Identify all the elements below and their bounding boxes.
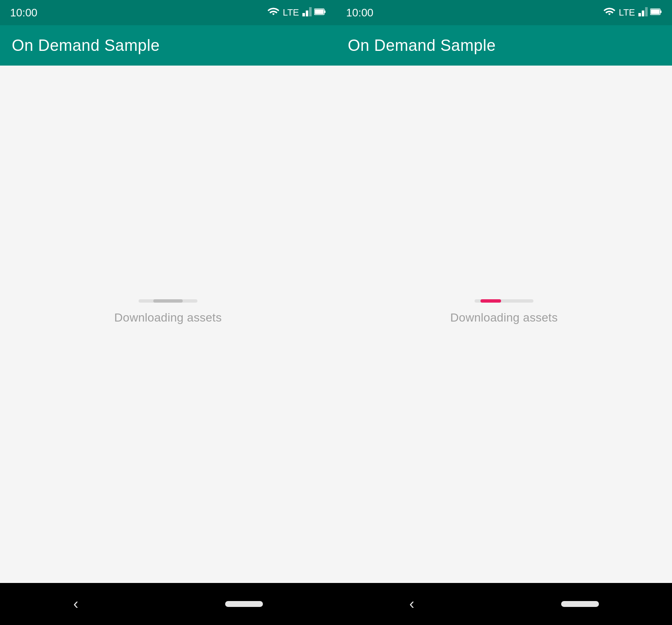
main-content-right: Downloading assets	[336, 66, 672, 583]
signal-icon-right	[638, 7, 648, 18]
loading-container-right: Downloading assets	[450, 299, 558, 324]
app-bar-right: On Demand Sample	[336, 25, 672, 66]
home-pill-left[interactable]	[225, 601, 263, 607]
app-title-right: On Demand Sample	[348, 37, 496, 55]
battery-icon	[314, 8, 326, 17]
status-time-right: 10:00	[346, 6, 373, 19]
status-bar-left: 10:00 LTE	[0, 0, 336, 25]
home-pill-right[interactable]	[561, 601, 599, 607]
status-time-left: 10:00	[10, 6, 37, 19]
svg-marker-2	[309, 7, 312, 16]
downloading-text-right: Downloading assets	[450, 311, 558, 324]
svg-marker-1	[306, 11, 308, 16]
battery-icon-right	[650, 8, 662, 17]
status-bar-right: 10:00 LTE	[336, 0, 672, 25]
svg-marker-0	[302, 13, 305, 16]
svg-rect-10	[660, 11, 662, 13]
svg-rect-4	[324, 11, 326, 13]
wifi-icon	[268, 7, 279, 18]
progress-bar-right	[480, 299, 501, 303]
phone-screen-left: 10:00 LTE	[0, 0, 336, 625]
progress-track-left	[139, 299, 197, 303]
svg-rect-5	[315, 10, 324, 14]
svg-rect-11	[651, 10, 660, 14]
loading-container-left: Downloading assets	[114, 299, 222, 324]
app-title-left: On Demand Sample	[12, 37, 160, 55]
lte-label-right: LTE	[619, 7, 635, 18]
svg-marker-7	[642, 11, 644, 16]
status-icons-left: LTE	[268, 7, 326, 18]
lte-label-left: LTE	[283, 7, 299, 18]
status-icons-right: LTE	[604, 7, 662, 18]
svg-marker-6	[638, 13, 641, 16]
nav-bar-left: ‹	[0, 583, 336, 625]
back-button-right[interactable]: ‹	[410, 595, 415, 613]
phone-screen-right: 10:00 LTE	[336, 0, 672, 625]
main-content-left: Downloading assets	[0, 66, 336, 583]
signal-icon	[302, 7, 312, 18]
downloading-text-left: Downloading assets	[114, 311, 222, 324]
progress-bar-left	[153, 299, 183, 303]
svg-marker-8	[645, 7, 648, 16]
wifi-icon-right	[604, 7, 615, 18]
progress-track-right	[475, 299, 533, 303]
app-bar-left: On Demand Sample	[0, 25, 336, 66]
back-button-left[interactable]: ‹	[74, 595, 79, 613]
nav-bar-right: ‹	[336, 583, 672, 625]
